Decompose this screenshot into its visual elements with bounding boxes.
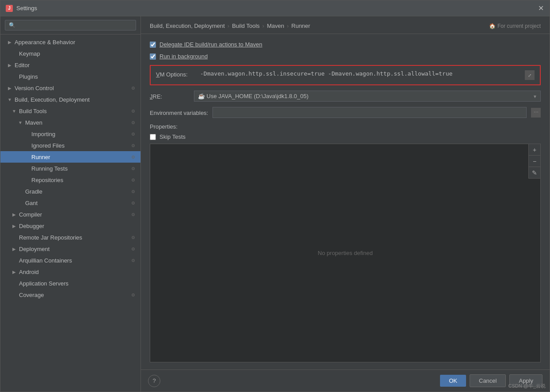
sidebar-item-maven[interactable]: ▼ Maven ⚙ <box>0 117 140 128</box>
sidebar-item-repositories[interactable]: Repositories ⚙ <box>0 174 140 186</box>
remove-property-button[interactable]: − <box>529 156 540 167</box>
settings-icon: ⚙ <box>130 165 136 171</box>
sidebar-item-runner[interactable]: Runner ⚙ <box>0 151 140 163</box>
breadcrumb: Build, Execution, Deployment › Build Too… <box>150 23 310 29</box>
close-button[interactable]: ✕ <box>537 5 544 12</box>
spacer <box>23 177 30 183</box>
sidebar-item-debugger[interactable]: ▶ Debugger <box>0 220 140 232</box>
jre-select-wrapper: ☕ Use JAVA_HOME (D:\Java\jdk1.8.0_05) ▼ <box>194 91 541 102</box>
toggle-icon: ▼ <box>7 96 13 103</box>
search-input[interactable] <box>5 20 136 30</box>
sidebar-item-running-tests[interactable]: Running Tests ⚙ <box>0 163 140 174</box>
spacer <box>17 200 23 206</box>
sidebar-item-label: Build Tools <box>19 108 130 114</box>
toggle-icon <box>11 50 17 57</box>
sidebar-item-label: Running Tests <box>31 165 130 172</box>
spacer <box>23 142 30 148</box>
properties-empty-message: No properties defined <box>150 144 540 362</box>
spacer <box>23 154 30 160</box>
skip-tests-row: Skip Tests <box>150 133 541 140</box>
settings-icon: ⚙ <box>130 211 136 217</box>
sidebar-item-importing[interactable]: Importing ⚙ <box>0 128 140 140</box>
sidebar-item-label: Version Control <box>15 85 130 91</box>
sidebar-item-label: Application Servers <box>19 280 136 287</box>
sidebar-item-label: Build, Execution, Deployment <box>15 96 136 103</box>
settings-icon: ⚙ <box>130 142 136 148</box>
sidebar-item-version-control[interactable]: ▶ Version Control ⚙ <box>0 82 140 94</box>
delegate-checkbox[interactable] <box>150 42 156 48</box>
watermark: CSDN @牛_云说 <box>508 383 546 389</box>
main-content: Delegate IDE build/run actions to Maven … <box>141 34 550 369</box>
settings-icon: ⚙ <box>130 108 136 114</box>
breadcrumb-part-4: Runner <box>292 23 311 29</box>
spacer <box>11 280 17 286</box>
ok-button[interactable]: OK <box>440 375 466 387</box>
skip-tests-label: Skip Tests <box>159 133 186 140</box>
sidebar-item-android[interactable]: ▶ Android <box>0 266 140 278</box>
sidebar-item-deployment[interactable]: ▶ Deployment ⚙ <box>0 243 140 255</box>
vm-options-expand-button[interactable]: ⤢ <box>525 70 535 80</box>
sidebar-item-appearance[interactable]: ▶ Appearance & Behavior <box>0 36 140 48</box>
sidebar-item-label: Coverage <box>19 292 130 298</box>
settings-icon: ⚙ <box>130 131 136 137</box>
properties-section: Properties: Skip Tests + − ✎ <box>150 123 541 362</box>
sidebar-item-compiler[interactable]: ▶ Compiler ⚙ <box>0 209 140 220</box>
for-current-project: 🏠 For current project <box>489 23 541 29</box>
cancel-button[interactable]: Cancel <box>470 374 506 387</box>
sidebar-item-plugins[interactable]: Plugins <box>0 71 140 82</box>
breadcrumb-part-2: Build Tools <box>232 23 260 29</box>
edit-property-button[interactable]: ✎ <box>529 167 540 179</box>
settings-icon: ⚙ <box>130 85 136 91</box>
spacer <box>23 165 30 171</box>
delegate-label: Delegate IDE build/run actions to Maven <box>159 41 262 48</box>
jre-row: JRE: ☕ Use JAVA_HOME (D:\Java\jdk1.8.0_0… <box>150 91 541 102</box>
skip-tests-checkbox[interactable] <box>150 134 156 140</box>
sidebar: ▶ Appearance & Behavior Keymap ▶ Editor … <box>0 16 141 392</box>
sidebar-item-label: Gant <box>25 200 130 206</box>
toggle-icon: ▶ <box>7 85 13 91</box>
sidebar-item-remote-jar[interactable]: Remote Jar Repositories ⚙ <box>0 232 140 243</box>
vm-options-label: VM Options: <box>156 70 196 78</box>
breadcrumb-sep-3: › <box>287 23 288 29</box>
settings-icon: ⚙ <box>130 200 136 206</box>
env-vars-input[interactable] <box>212 107 527 118</box>
for-current-project-label: For current project <box>497 23 541 29</box>
run-background-checkbox[interactable] <box>150 53 156 60</box>
breadcrumb-bar: Build, Execution, Deployment › Build Too… <box>141 16 550 34</box>
jre-select[interactable]: ☕ Use JAVA_HOME (D:\Java\jdk1.8.0_05) <box>194 91 541 102</box>
dialog-body: ▶ Appearance & Behavior Keymap ▶ Editor … <box>0 16 550 392</box>
properties-toolbar: + − ✎ <box>528 144 540 179</box>
jre-label: JRE: <box>150 92 190 100</box>
sidebar-item-build-exec[interactable]: ▼ Build, Execution, Deployment <box>0 94 140 105</box>
settings-icon: ⚙ <box>130 246 136 252</box>
add-property-button[interactable]: + <box>529 144 540 156</box>
help-button[interactable]: ? <box>148 375 160 387</box>
sidebar-item-keymap[interactable]: Keymap <box>0 48 140 59</box>
sidebar-item-build-tools[interactable]: ▼ Build Tools ⚙ <box>0 105 140 117</box>
toggle-icon: ▶ <box>11 269 17 275</box>
sidebar-item-ignored-files[interactable]: Ignored Files ⚙ <box>0 140 140 151</box>
sidebar-item-editor[interactable]: ▶ Editor <box>0 59 140 71</box>
settings-dialog: J Settings ✕ ▶ Appearance & Behavior Key… <box>0 0 550 392</box>
sidebar-item-gradle[interactable]: Gradle ⚙ <box>0 186 140 197</box>
app-icon: J <box>6 5 13 12</box>
run-background-checkbox-row: Run in background <box>150 53 541 60</box>
toggle-icon: ▶ <box>11 223 17 229</box>
env-vars-browse-button[interactable]: ⋯ <box>531 108 541 118</box>
title-bar: J Settings ✕ <box>0 0 550 16</box>
settings-icon: ⚙ <box>130 257 136 263</box>
sidebar-item-label: Plugins <box>19 73 136 80</box>
vm-options-input[interactable] <box>200 70 520 77</box>
sidebar-item-gant[interactable]: Gant ⚙ <box>0 197 140 209</box>
sidebar-item-label: Appearance & Behavior <box>15 39 136 46</box>
sidebar-item-label: Debugger <box>19 223 136 229</box>
sidebar-item-label: Compiler <box>19 211 130 218</box>
sidebar-item-arquillian[interactable]: Arquillian Containers ⚙ <box>0 255 140 266</box>
sidebar-item-label: Editor <box>15 62 136 69</box>
breadcrumb-sep-1: › <box>228 23 229 29</box>
sidebar-item-app-servers[interactable]: Application Servers <box>0 278 140 289</box>
spacer <box>11 257 17 263</box>
settings-icon: ⚙ <box>130 154 136 160</box>
sidebar-item-coverage[interactable]: Coverage ⚙ <box>0 289 140 301</box>
properties-label: Properties: <box>150 123 541 130</box>
